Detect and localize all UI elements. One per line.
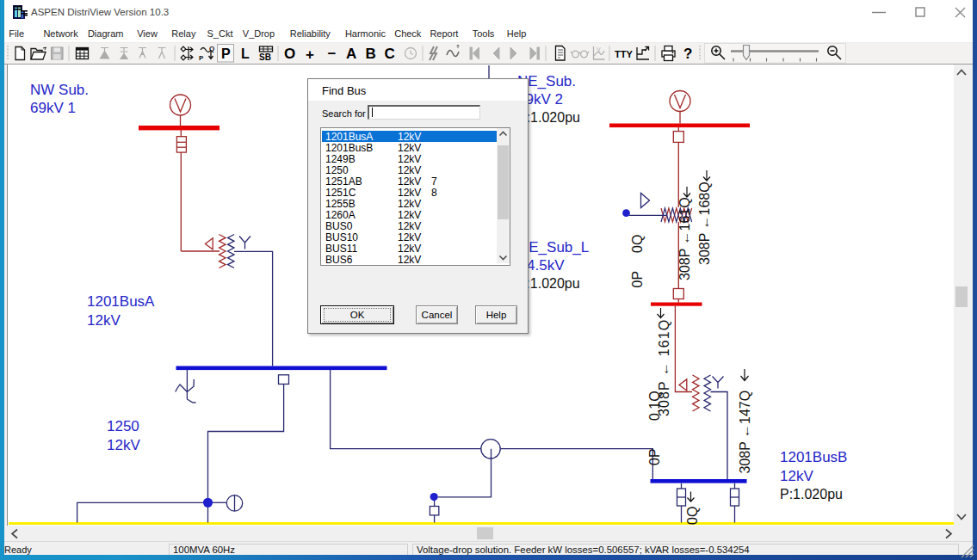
svg-text:12kV: 12kV [107, 437, 140, 453]
svg-text:A: A [346, 46, 356, 62]
svg-text:−: − [328, 46, 337, 62]
svg-text:0Q: 0Q [630, 235, 645, 253]
svg-text:1201BusB: 1201BusB [780, 449, 847, 465]
svg-text:?: ? [683, 46, 692, 62]
svg-text:0.1Q: 0.1Q [647, 391, 662, 421]
svg-text:L: L [241, 46, 250, 61]
svg-text:12kV: 12kV [780, 468, 813, 484]
svg-text:0P: 0P [630, 271, 645, 288]
svg-text:V: V [597, 46, 601, 52]
svg-text:308P ←161Q: 308P ←161Q [677, 197, 692, 280]
svg-text:308P ←147Q: 308P ←147Q [738, 391, 752, 474]
svg-text:12kV: 12kV [87, 312, 121, 329]
svg-text:1201BusA: 1201BusA [87, 293, 155, 310]
svg-text:NE_Sub_L: NE_Sub_L [518, 239, 589, 255]
svg-text:B: B [366, 46, 376, 62]
svg-text:P:1.020pu: P:1.020pu [780, 487, 843, 502]
svg-text:SB: SB [259, 52, 271, 62]
svg-text:0Q: 0Q [685, 507, 700, 525]
svg-text:0P: 0P [647, 448, 662, 465]
svg-text:+: + [306, 46, 314, 63]
svg-text:TTY: TTY [615, 49, 633, 59]
svg-text:308P ←168Q: 308P ←168Q [697, 182, 712, 265]
svg-text:69kV 1: 69kV 1 [30, 100, 76, 116]
svg-text:P: P [221, 46, 231, 61]
svg-text:C: C [385, 46, 395, 62]
svg-text:NW Sub.: NW Sub. [30, 82, 89, 98]
svg-text:1250: 1250 [107, 418, 139, 434]
svg-text:O: O [284, 46, 295, 62]
svg-text:P: P [199, 54, 204, 62]
